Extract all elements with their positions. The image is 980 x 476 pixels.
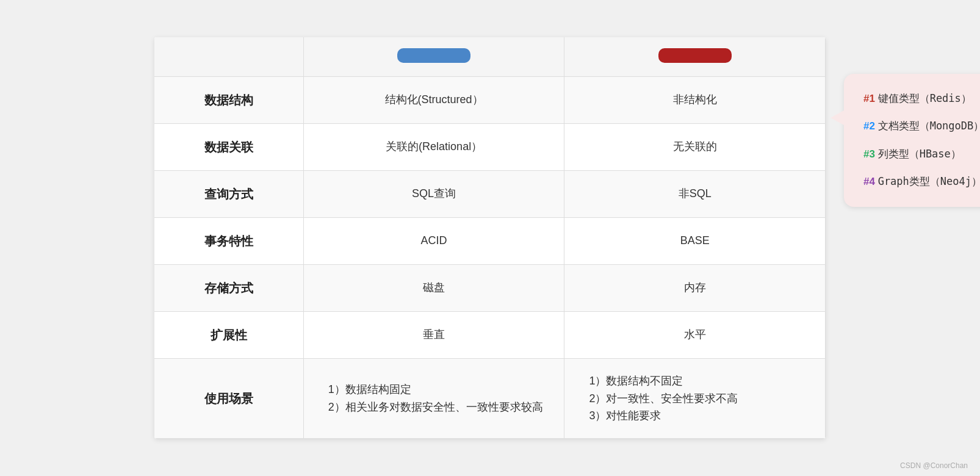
row-nosql-value: 水平 — [564, 311, 826, 358]
table-row: 查询方式SQL查询非SQL — [154, 170, 826, 217]
callout-box: #1 键值类型（Redis）#2 文档类型（MongoDB）#3 列类型（HBa… — [844, 74, 980, 207]
row-category: 扩展性 — [154, 311, 303, 358]
callout-label: 键值类型（Redis） — [878, 92, 971, 104]
header-sql — [303, 37, 564, 77]
row-sql-value: 1）数据结构固定 2）相关业务对数据安全性、一致性要求较高 — [303, 358, 564, 438]
nosql-badge — [658, 48, 732, 63]
row-sql-value: SQL查询 — [303, 170, 564, 217]
callout-number: #4 — [863, 176, 878, 187]
comparison-table-wrapper: 数据结构结构化(Structured）非结构化数据关联关联的(Relationa… — [154, 37, 826, 439]
row-category: 数据关联 — [154, 123, 303, 170]
callout-number: #2 — [863, 120, 878, 132]
callout-label: 列类型（HBase） — [878, 148, 961, 160]
header-nosql — [564, 37, 826, 77]
row-category: 查询方式 — [154, 170, 303, 217]
main-container: 数据结构结构化(Structured）非结构化数据关联关联的(Relationa… — [154, 37, 826, 439]
row-category: 使用场景 — [154, 358, 303, 438]
row-nosql-value: 非结构化 — [564, 76, 826, 123]
row-nosql-value: BASE — [564, 217, 826, 264]
row-nosql-value: 非SQL — [564, 170, 826, 217]
callout-label: Graph类型（Neo4j） — [878, 175, 980, 187]
row-category: 存储方式 — [154, 264, 303, 311]
row-sql-value: ACID — [303, 217, 564, 264]
callout-item: #4 Graph类型（Neo4j） — [863, 174, 980, 190]
table-row: 事务特性ACIDBASE — [154, 217, 826, 264]
table-row: 数据结构结构化(Structured）非结构化 — [154, 76, 826, 123]
sql-badge — [397, 48, 470, 63]
callout-item: #2 文档类型（MongoDB） — [863, 118, 980, 134]
row-nosql-value: 无关联的 — [564, 123, 826, 170]
row-nosql-value: 内存 — [564, 264, 826, 311]
callout-label: 文档类型（MongoDB） — [878, 120, 980, 132]
comparison-table: 数据结构结构化(Structured）非结构化数据关联关联的(Relationa… — [154, 37, 826, 439]
table-row: 扩展性垂直水平 — [154, 311, 826, 358]
callout-item: #3 列类型（HBase） — [863, 146, 980, 162]
row-sql-value: 关联的(Relational） — [303, 123, 564, 170]
header-empty — [154, 37, 303, 77]
row-nosql-value: 1）数据结构不固定 2）对一致性、安全性要求不高 3）对性能要求 — [564, 358, 826, 438]
row-sql-value: 结构化(Structured） — [303, 76, 564, 123]
table-header-row — [154, 37, 826, 77]
callout-item: #1 键值类型（Redis） — [863, 91, 980, 107]
table-row: 数据关联关联的(Relational）无关联的 — [154, 123, 826, 170]
row-category: 事务特性 — [154, 217, 303, 264]
row-sql-value: 磁盘 — [303, 264, 564, 311]
watermark: CSDN @ConorChan — [900, 461, 968, 470]
row-sql-value: 垂直 — [303, 311, 564, 358]
callout-number: #3 — [863, 148, 878, 160]
row-category: 数据结构 — [154, 76, 303, 123]
table-row: 存储方式磁盘内存 — [154, 264, 826, 311]
table-row: 使用场景1）数据结构固定 2）相关业务对数据安全性、一致性要求较高1）数据结构不… — [154, 358, 826, 438]
callout-number: #1 — [863, 93, 878, 104]
